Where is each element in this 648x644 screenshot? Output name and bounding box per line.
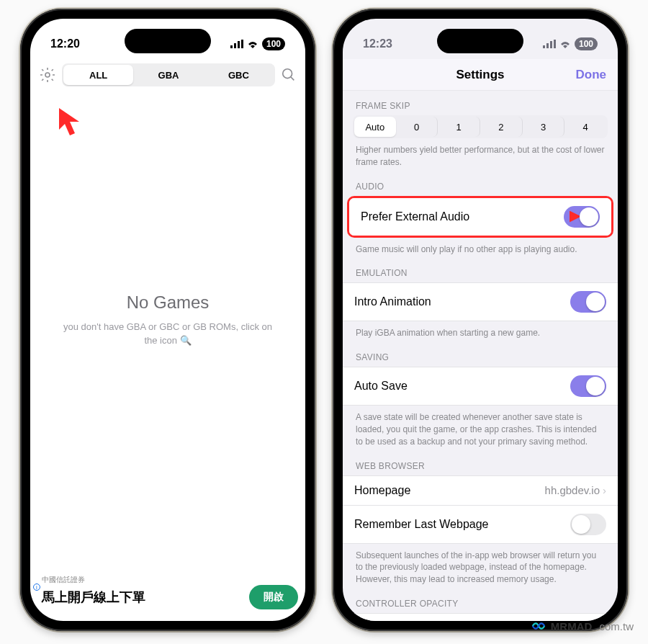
frame-skip-2[interactable]: 2 — [480, 117, 523, 137]
phone-settings: 12:23 100 Settings Done FRAME SKIP Auto … — [333, 9, 628, 631]
homepage-value: hh.gbdev.io — [545, 484, 600, 496]
wifi-icon — [559, 40, 571, 48]
homepage-row[interactable]: Homepage hh.gbdev.io › — [343, 475, 618, 506]
ad-info-icon[interactable]: i — [33, 583, 40, 591]
remember-webpage-row: Remember Last Webpage — [343, 506, 618, 544]
annotation-play-icon — [570, 211, 581, 223]
phone-library: 12:20 100 ALL GBA GBC — [20, 9, 315, 631]
homepage-label: Homepage — [354, 484, 410, 497]
intro-animation-label: Intro Animation — [354, 295, 431, 308]
empty-title: No Games — [127, 292, 210, 313]
empty-subtitle: you don't have GBA or GBC or GB ROMs, cl… — [56, 320, 279, 348]
audio-footer: Game music will only play if no other ap… — [343, 238, 618, 259]
watermark: MRMAD.com.tw — [531, 618, 634, 634]
done-button[interactable]: Done — [576, 68, 607, 82]
dynamic-island — [437, 29, 523, 53]
emulation-footer: Play iGBA animation when starting a new … — [343, 321, 618, 342]
cellular-icon — [543, 40, 556, 48]
svg-rect-9 — [550, 41, 552, 48]
frame-skip-auto[interactable]: Auto — [354, 117, 396, 137]
frame-skip-0[interactable]: 0 — [396, 117, 438, 137]
prefer-external-audio-label: Prefer External Audio — [361, 210, 469, 223]
section-audio: AUDIO — [343, 171, 618, 196]
frame-skip-segmented[interactable]: Auto 0 1 2 3 4 — [353, 115, 608, 138]
intro-animation-toggle[interactable] — [570, 291, 606, 313]
status-time: 12:23 — [363, 37, 392, 50]
remember-webpage-toggle[interactable] — [570, 514, 606, 535]
auto-save-row: Auto Save — [343, 367, 618, 406]
ad-banner[interactable]: i ✕ 中國信託證券 馬上開戶線上下單 開啟 — [30, 575, 305, 617]
annotation-cursor-icon — [56, 105, 89, 138]
frame-skip-4[interactable]: 4 — [564, 117, 606, 137]
watermark-logo-icon — [531, 618, 546, 634]
ad-brand: 中國信託證券 — [37, 575, 298, 585]
section-controller: CONTROLLER OPACITY — [343, 589, 618, 613]
ad-close-icon[interactable]: ✕ — [33, 607, 39, 615]
watermark-brand: MRMAD — [551, 620, 593, 632]
svg-rect-10 — [554, 40, 556, 48]
prefer-external-audio-toggle[interactable] — [564, 206, 600, 228]
dynamic-island — [125, 29, 211, 53]
battery-icon: 100 — [575, 37, 598, 50]
auto-save-label: Auto Save — [354, 380, 408, 393]
ad-text: 馬上開戶線上下單 — [37, 589, 145, 606]
svg-rect-8 — [546, 43, 549, 48]
auto-save-toggle[interactable] — [570, 375, 606, 397]
svg-rect-7 — [543, 45, 545, 48]
section-web: WEB BROWSER — [343, 451, 618, 475]
section-emulation: EMULATION — [343, 258, 618, 282]
page-title: Settings — [456, 68, 504, 82]
prefer-external-audio-row: Prefer External Audio — [349, 198, 611, 236]
nav-bar: Settings Done — [343, 59, 618, 91]
frame-skip-footer: Higher numbers yield better performance,… — [343, 138, 618, 171]
settings-list[interactable]: FRAME SKIP Auto 0 1 2 3 4 Higher numbers… — [343, 91, 618, 621]
annotation-highlight: Prefer External Audio — [347, 196, 613, 238]
frame-skip-1[interactable]: 1 — [438, 117, 480, 137]
section-saving: SAVING — [343, 342, 618, 367]
web-footer: Subsequent launches of the in-app web br… — [343, 544, 618, 589]
chevron-right-icon: › — [603, 484, 606, 496]
saving-footer: A save state will be created whenever an… — [343, 406, 618, 450]
remember-webpage-label: Remember Last Webpage — [354, 518, 488, 531]
section-frame-skip: FRAME SKIP — [343, 91, 618, 115]
watermark-domain: .com.tw — [596, 620, 634, 632]
intro-animation-row: Intro Animation — [343, 282, 618, 321]
ad-open-button[interactable]: 開啟 — [249, 585, 298, 609]
frame-skip-3[interactable]: 3 — [523, 117, 565, 137]
